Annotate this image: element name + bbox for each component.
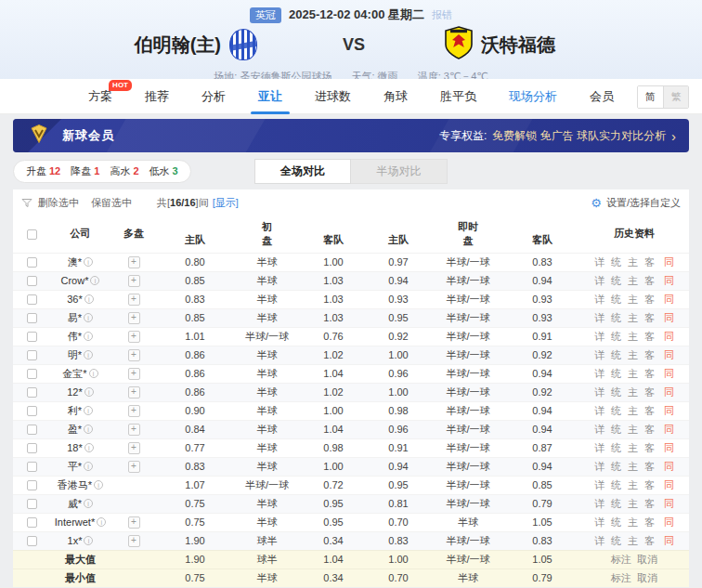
history-link-2[interactable]: 主: [628, 348, 638, 362]
company-name[interactable]: 盈*: [68, 424, 82, 435]
expand-odds-button[interactable]: +: [128, 349, 140, 361]
nav-tab-7[interactable]: 现场分析: [509, 79, 557, 114]
row-checkbox[interactable]: [27, 350, 37, 360]
history-link-2[interactable]: 主: [628, 497, 638, 511]
history-link-2[interactable]: 主: [628, 385, 638, 399]
lang-simplified-button[interactable]: 简: [638, 86, 663, 108]
history-link-1[interactable]: 统: [611, 274, 621, 288]
company-name[interactable]: Interwet*: [55, 516, 95, 528]
history-link-3[interactable]: 客: [644, 293, 655, 307]
row-checkbox[interactable]: [27, 257, 37, 268]
history-link-4[interactable]: 同: [664, 478, 674, 492]
row-checkbox[interactable]: [27, 517, 37, 528]
lang-traditional-button[interactable]: 繁: [663, 86, 688, 108]
history-link-1[interactable]: 统: [611, 311, 621, 325]
history-link-0[interactable]: 详: [594, 478, 604, 492]
history-link-3[interactable]: 客: [644, 497, 655, 511]
row-checkbox[interactable]: [27, 369, 37, 379]
company-name[interactable]: 澳*: [68, 256, 82, 268]
history-link-4[interactable]: 同: [664, 516, 674, 529]
history-link-3[interactable]: 客: [644, 385, 655, 399]
history-link-4[interactable]: 同: [664, 255, 674, 269]
company-name[interactable]: 香港马*: [58, 479, 92, 490]
row-checkbox[interactable]: [27, 443, 37, 453]
row-checkbox[interactable]: [27, 480, 37, 490]
history-link-4[interactable]: 同: [664, 330, 674, 344]
history-link-3[interactable]: 客: [644, 367, 655, 381]
nav-tab-8[interactable]: 会员: [590, 79, 614, 114]
show-link[interactable]: [显示]: [213, 197, 239, 208]
company-name[interactable]: 伟*: [68, 331, 82, 342]
history-link-1[interactable]: 统: [611, 516, 621, 529]
league-badge[interactable]: 英冠: [250, 7, 281, 23]
expand-odds-button[interactable]: +: [128, 516, 140, 529]
row-checkbox[interactable]: [27, 387, 37, 398]
summary-link-1[interactable]: 取消: [637, 553, 657, 567]
expand-odds-button[interactable]: +: [128, 386, 140, 399]
history-link-1[interactable]: 统: [611, 255, 621, 269]
row-checkbox[interactable]: [27, 276, 37, 286]
history-link-2[interactable]: 主: [628, 255, 638, 269]
company-name[interactable]: 易*: [68, 312, 82, 323]
history-link-1[interactable]: 统: [611, 534, 621, 548]
company-name[interactable]: 36*: [67, 294, 83, 305]
history-link-2[interactable]: 主: [628, 274, 638, 288]
report-error-link[interactable]: 报错: [432, 8, 452, 22]
row-checkbox[interactable]: [27, 313, 37, 323]
history-link-0[interactable]: 详: [594, 516, 604, 529]
history-link-4[interactable]: 同: [664, 348, 674, 362]
history-link-3[interactable]: 客: [644, 423, 655, 437]
history-link-0[interactable]: 详: [594, 404, 604, 418]
history-link-3[interactable]: 客: [644, 516, 655, 529]
history-link-3[interactable]: 客: [644, 255, 655, 269]
history-link-4[interactable]: 同: [664, 460, 674, 474]
nav-tab-1[interactable]: 推荐: [145, 79, 169, 114]
history-link-4[interactable]: 同: [664, 311, 674, 325]
history-link-1[interactable]: 统: [611, 330, 621, 344]
history-link-4[interactable]: 同: [664, 534, 674, 548]
history-link-3[interactable]: 客: [644, 330, 655, 344]
history-link-2[interactable]: 主: [628, 460, 638, 474]
history-link-0[interactable]: 详: [594, 255, 604, 269]
expand-odds-button[interactable]: +: [128, 294, 140, 306]
history-link-2[interactable]: 主: [628, 293, 638, 307]
history-link-1[interactable]: 统: [611, 423, 621, 437]
row-checkbox[interactable]: [27, 425, 37, 435]
expand-odds-button[interactable]: +: [128, 331, 140, 343]
history-link-4[interactable]: 同: [664, 385, 674, 399]
vip-benefits-link[interactable]: 专享权益: 免费解锁 免广告 球队实力对比分析 ›: [439, 128, 689, 144]
history-link-1[interactable]: 统: [611, 460, 621, 474]
nav-tab-6[interactable]: 胜平负: [440, 79, 476, 114]
history-link-2[interactable]: 主: [628, 330, 638, 344]
history-link-0[interactable]: 详: [594, 441, 604, 455]
history-link-1[interactable]: 统: [611, 404, 621, 418]
history-link-2[interactable]: 主: [628, 311, 638, 325]
company-name[interactable]: 威*: [68, 498, 82, 509]
history-link-3[interactable]: 客: [644, 478, 655, 492]
select-all-checkbox[interactable]: [27, 229, 37, 240]
expand-odds-button[interactable]: +: [128, 535, 140, 547]
history-link-0[interactable]: 详: [594, 330, 604, 344]
company-name[interactable]: Crow*: [61, 275, 89, 286]
expand-odds-button[interactable]: +: [128, 442, 140, 454]
history-link-3[interactable]: 客: [644, 441, 655, 455]
history-link-4[interactable]: 同: [664, 441, 674, 455]
history-link-0[interactable]: 详: [594, 497, 604, 511]
history-link-2[interactable]: 主: [628, 423, 638, 437]
history-link-4[interactable]: 同: [664, 497, 674, 511]
nav-tab-4[interactable]: 进球数: [315, 79, 351, 114]
row-checkbox[interactable]: [27, 294, 37, 305]
history-link-4[interactable]: 同: [664, 404, 674, 418]
history-link-4[interactable]: 同: [664, 423, 674, 437]
company-name[interactable]: 利*: [68, 405, 82, 416]
row-checkbox[interactable]: [27, 406, 37, 416]
expand-odds-button[interactable]: +: [128, 275, 140, 287]
history-link-2[interactable]: 主: [628, 441, 638, 455]
history-link-0[interactable]: 详: [594, 423, 604, 437]
company-name[interactable]: 明*: [68, 349, 82, 360]
nav-tab-0[interactable]: 方案HOT: [88, 79, 112, 114]
history-link-4[interactable]: 同: [664, 367, 674, 381]
company-name[interactable]: 12*: [67, 386, 83, 398]
company-name[interactable]: 平*: [68, 461, 82, 472]
history-link-0[interactable]: 详: [594, 348, 604, 362]
